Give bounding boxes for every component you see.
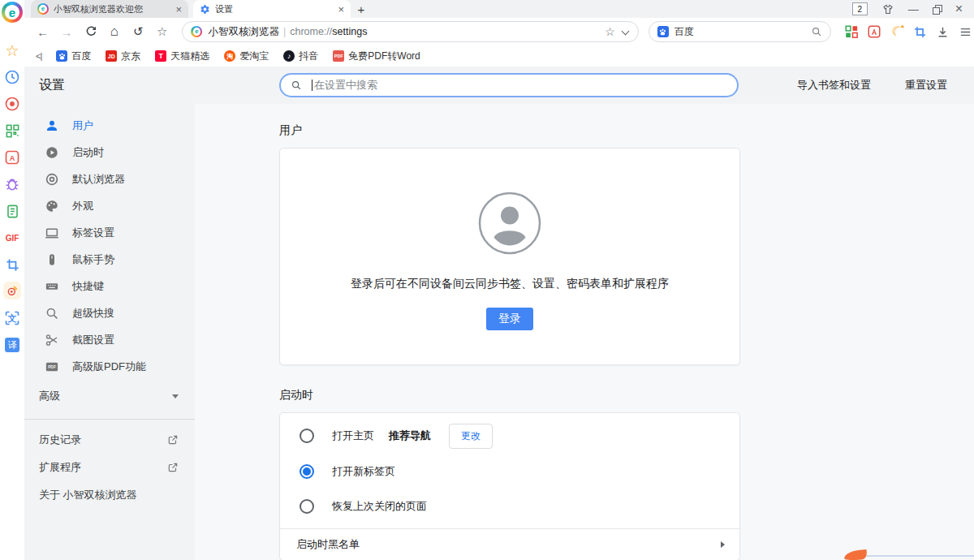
screenshot-crop-icon[interactable] xyxy=(0,254,24,275)
close-icon[interactable]: × xyxy=(955,2,963,15)
history-clock-icon[interactable] xyxy=(0,67,24,88)
night-mode-icon[interactable]: ☾★ xyxy=(888,22,906,41)
browser-logo-icon[interactable]: e xyxy=(0,2,24,23)
tab-settings[interactable]: 设置 × xyxy=(193,0,351,18)
radio-unselected[interactable] xyxy=(300,499,314,514)
pdf-reader-icon[interactable] xyxy=(865,22,883,41)
favorites-star-icon[interactable]: ☆ xyxy=(152,21,172,42)
bookmark-pdf-word[interactable]: PDF 免费PDF转Word xyxy=(333,50,420,63)
refresh-icon[interactable] xyxy=(80,21,101,42)
tab-title: 设置 xyxy=(215,3,333,15)
undo-icon[interactable]: ↺ xyxy=(128,21,149,42)
sidebar-item-extensions[interactable]: 扩展程序 xyxy=(24,454,195,481)
reading-list-icon[interactable] xyxy=(0,200,24,222)
translate-icon[interactable]: 译 xyxy=(0,334,24,355)
text-cursor xyxy=(312,80,312,91)
sidebar-item-label: 默认浏览器 xyxy=(72,172,125,187)
app-grid-icon[interactable] xyxy=(843,22,860,41)
option-label: 恢复上次关闭的页面 xyxy=(332,499,427,514)
settings-search-input[interactable]: 在设置中搜索 xyxy=(279,73,739,97)
sidebar-item-tab-settings[interactable]: 标签设置 xyxy=(24,219,195,246)
startup-option-newtab[interactable]: 打开新标签页 xyxy=(280,455,739,488)
sidebar-item-default-browser[interactable]: 默认浏览器 xyxy=(24,166,195,192)
new-tab-button[interactable]: + xyxy=(351,0,372,18)
chevron-down-icon xyxy=(172,394,179,398)
home-icon[interactable]: ⌂ xyxy=(104,21,124,42)
sidebar-advanced-toggle[interactable]: 高级 xyxy=(24,380,195,412)
sidebar-item-about[interactable]: 关于 小智双核浏览器 xyxy=(24,481,195,509)
url-text[interactable]: 小智双核浏览器|chrome://settings xyxy=(208,25,599,39)
sidebar-item-mouse-gestures[interactable]: 鼠标手势 xyxy=(24,246,195,273)
radio-unselected[interactable] xyxy=(300,429,314,443)
restore-icon[interactable] xyxy=(933,5,942,14)
toolbar-extensions: ☾★ xyxy=(843,22,974,41)
adblock-bug-icon[interactable] xyxy=(0,174,24,195)
download-icon[interactable] xyxy=(933,22,951,41)
tmall-icon: T xyxy=(155,50,166,62)
search-icon[interactable] xyxy=(811,26,822,37)
scissors-icon xyxy=(45,333,59,347)
ocr-scan-icon[interactable]: 文 xyxy=(0,308,24,329)
search-engine-label[interactable]: 百度 xyxy=(674,25,805,39)
sidebar-item-shortcuts[interactable]: 快捷键 xyxy=(24,273,195,299)
tab-close-icon[interactable]: × xyxy=(338,4,344,15)
svg-text:A: A xyxy=(10,154,15,162)
startup-blacklist-row[interactable]: 启动时黑名单 xyxy=(280,529,739,560)
option-label: 打开主页 xyxy=(332,429,374,443)
bookmark-baidu[interactable]: 百度 xyxy=(56,50,91,63)
settings-body: 用户 启动时 默认浏览器 外观 标签设置 鼠标手势 xyxy=(24,104,974,560)
bookmark-label: 百度 xyxy=(71,50,91,63)
sidebar-item-pdf-advanced[interactable]: PDF 高级版PDF功能 xyxy=(24,353,195,380)
menu-icon[interactable] xyxy=(956,22,974,41)
sidebar-item-label: 高级版PDF功能 xyxy=(72,360,146,374)
sidebar-item-history[interactable]: 历史记录 xyxy=(24,426,195,454)
weibo-icon[interactable] xyxy=(0,280,24,301)
back-icon[interactable]: ← xyxy=(32,21,53,42)
startup-option-restore[interactable]: 恢复上次关闭的页面 xyxy=(280,488,739,525)
favorites-star-icon[interactable]: ☆ xyxy=(0,40,24,61)
section-heading-startup: 启动时 xyxy=(279,388,974,403)
reset-settings-button[interactable]: 重置设置 xyxy=(905,78,947,93)
bookmark-tmall[interactable]: T 天猫精选 xyxy=(155,50,209,63)
screenshot-crop-icon[interactable] xyxy=(911,22,929,41)
bookmark-taobao[interactable]: 淘 爱淘宝 xyxy=(224,50,269,63)
sidebar-item-appearance[interactable]: 外观 xyxy=(24,192,195,219)
change-button[interactable]: 更改 xyxy=(449,424,493,449)
bottom-peek-edge xyxy=(865,555,974,557)
address-bar[interactable]: e 小智双核浏览器|chrome://settings ☆ xyxy=(182,21,638,42)
sidebar-item-label: 外观 xyxy=(72,199,93,213)
tab-count-badge[interactable]: 2 xyxy=(852,2,868,15)
gif-tool-icon[interactable]: GIF xyxy=(0,227,24,248)
tab-welcome[interactable]: e 小智双核浏览器欢迎您 × xyxy=(31,0,188,18)
sidebar-item-startup[interactable]: 启动时 xyxy=(24,139,195,166)
sidebar-item-label: 截图设置 xyxy=(72,333,114,347)
quick-search-box[interactable]: 百度 xyxy=(649,21,831,42)
bookmarks-bar: <| 百度 JD 京东 T 天猫精选 淘 爱淘宝 ♪ 抖音 PDF 免费PDF转… xyxy=(24,45,974,67)
collapse-sidebar-icon[interactable]: <| xyxy=(36,51,41,61)
forward-icon[interactable]: → xyxy=(56,21,76,42)
minimize-icon[interactable]: — xyxy=(908,4,919,15)
screen-record-icon[interactable] xyxy=(0,93,24,114)
tab-close-icon[interactable]: × xyxy=(175,4,182,15)
startup-option-homepage[interactable]: 打开主页 推荐导航 更改 xyxy=(280,413,739,455)
sidebar-item-user[interactable]: 用户 xyxy=(24,112,195,139)
settings-header: 设置 在设置中搜索 导入书签和设置 重置设置 xyxy=(24,67,974,104)
option-label: 打开新标签页 xyxy=(332,464,395,479)
sidebar-item-super-search[interactable]: 超级快搜 xyxy=(24,299,195,326)
pdf-tool-icon[interactable]: A xyxy=(0,147,24,168)
skin-shirt-icon[interactable] xyxy=(881,3,894,15)
avatar xyxy=(477,191,542,256)
tab-strip: e 小智双核浏览器欢迎您 × 设置 × + 2 — × xyxy=(24,0,974,18)
search-placeholder: 在设置中搜索 xyxy=(314,78,377,93)
qr-code-icon[interactable] xyxy=(0,120,24,141)
import-bookmarks-button[interactable]: 导入书签和设置 xyxy=(797,78,871,93)
bookmark-label: 抖音 xyxy=(299,50,318,63)
chevron-down-icon[interactable] xyxy=(621,27,629,35)
bookmark-douyin[interactable]: ♪ 抖音 xyxy=(283,50,318,63)
bookmark-page-star-icon[interactable]: ☆ xyxy=(605,25,615,38)
radio-selected[interactable] xyxy=(300,464,314,479)
bookmark-jd[interactable]: JD 京东 xyxy=(106,50,140,63)
browser-logo-letter: e xyxy=(9,6,15,19)
sidebar-item-screenshot[interactable]: 截图设置 xyxy=(24,326,195,353)
login-button[interactable]: 登录 xyxy=(486,308,533,330)
